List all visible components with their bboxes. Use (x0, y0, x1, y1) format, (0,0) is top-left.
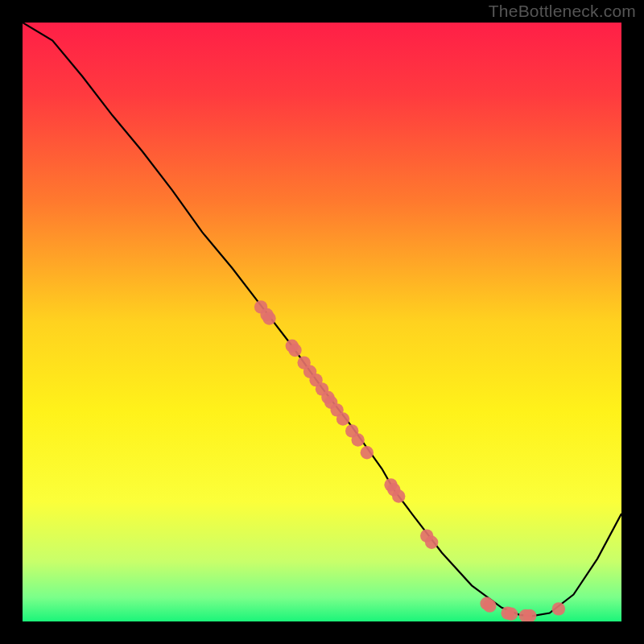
plot-area (23, 23, 621, 621)
data-point (505, 608, 518, 621)
chart-frame: TheBottleneck.com (0, 0, 644, 644)
gradient-background (23, 23, 621, 621)
data-point (262, 312, 275, 324)
data-point (483, 599, 496, 612)
data-point (361, 446, 374, 459)
data-point (552, 602, 565, 615)
data-point (351, 433, 364, 446)
chart-svg (23, 23, 621, 621)
watermark-text: TheBottleneck.com (489, 2, 636, 21)
data-point (425, 536, 438, 549)
data-point (336, 412, 349, 425)
data-point (392, 489, 405, 502)
data-point (288, 344, 301, 357)
